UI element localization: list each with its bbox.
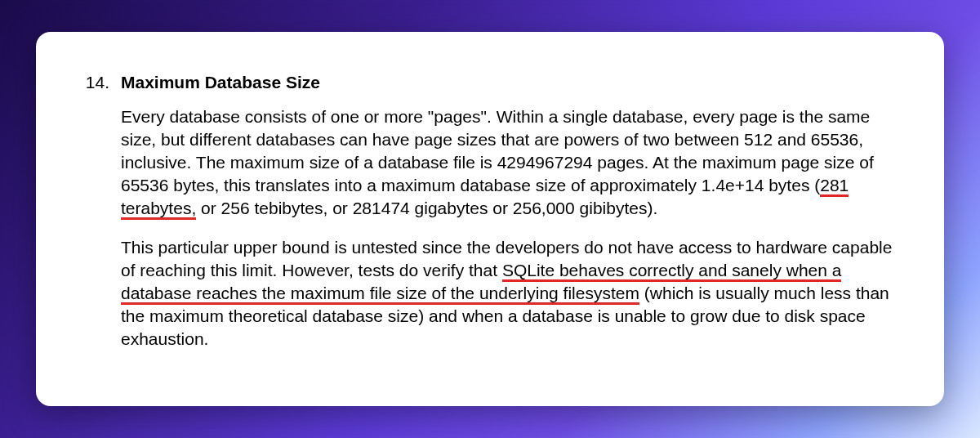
section-title: Maximum Database Size xyxy=(121,71,900,94)
p1-text-a: Every database consists of one or more "… xyxy=(121,107,874,194)
list-item: 14. Maximum Database Size Every database… xyxy=(80,71,900,367)
paragraph-1: Every database consists of one or more "… xyxy=(121,105,900,220)
paragraph-2: This particular upper bound is untested … xyxy=(121,236,900,351)
item-number: 14. xyxy=(80,71,121,94)
document-card: 14. Maximum Database Size Every database… xyxy=(36,32,944,406)
p1-text-b: or 256 tebibytes, or 281474 gigabytes or… xyxy=(196,199,657,217)
item-content: Maximum Database Size Every database con… xyxy=(121,71,900,367)
